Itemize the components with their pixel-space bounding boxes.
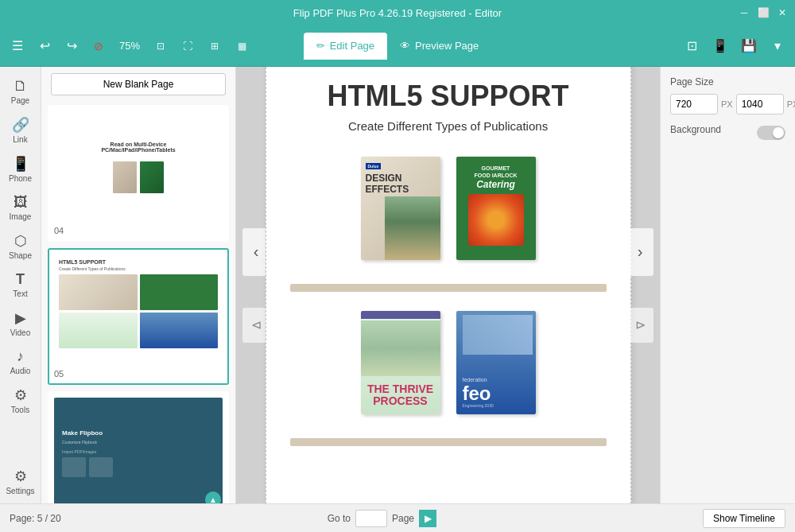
device-button[interactable]: 📱 [709,35,731,57]
thrive-stripe [361,311,440,319]
width-input[interactable] [670,94,718,115]
sidebar-item-phone[interactable]: 📱 Phone [2,150,40,188]
scroll-up-button[interactable]: ▲ [205,491,221,503]
goto-input[interactable] [355,510,387,527]
main-area: 🗋 Page 🔗 Link 📱 Phone 🖼 Image ⬡ Shape T … [0,67,795,503]
preview-page-tab[interactable]: 👁 Preview Page [387,33,491,60]
page-num-04: 04 [54,226,223,235]
right-panel: Page Size PX PX Background [660,67,795,503]
window-controls: ─ ⬜ ✕ [738,6,789,19]
thumb-mini-book-4 [140,313,219,348]
restore-button[interactable]: ⬜ [757,6,770,19]
book-feo[interactable]: federation feo Engineering 2030 [456,311,536,414]
tools-icon: ⚙ [14,386,27,404]
sidebar-item-video[interactable]: ▶ Video [2,305,40,342]
height-input[interactable] [736,94,784,115]
redo-button[interactable]: ↪ [60,35,83,57]
undo-button[interactable]: ↩ [33,35,56,57]
sidebar-item-text[interactable]: T Text [2,266,40,303]
thumb-05-title: HTML5 SUPPORT [59,259,218,265]
feo-turbine-img [463,315,533,355]
page-thumb-04[interactable]: Read on Multi-DevicePC/Mac/iPad/iPhone/T… [48,105,229,242]
expand-button[interactable]: ⛶ [176,35,199,57]
bottom-bar: Page: 5 / 20 Go to Page ▶ Show Timeline [0,503,795,532]
sidebar-item-link[interactable]: 🔗 Link [2,111,40,149]
thumb-06-sub: Customize Flipbook [62,440,97,445]
dulux-brand: Dulux [366,163,382,169]
link-icon: 🔗 [12,116,29,134]
background-toggle[interactable] [757,126,785,140]
pages-panel: New Blank Page Read on Multi-DevicePC/Ma… [41,67,236,503]
sidebar-item-shape[interactable]: ⬡ Shape [2,227,40,265]
grid-button[interactable]: ⊞ [204,35,226,57]
background-label: Background [670,124,721,135]
toggle-knob [773,127,784,138]
thumb-05-sub: Create Different Types of Publications [59,266,218,271]
thumb-box-2 [89,457,113,477]
edit-page-tab[interactable]: ✏ Edit Page [304,33,387,60]
pages-panel-header: New Blank Page [41,67,235,102]
last-page-button[interactable]: ⊳ [626,308,653,343]
zoom-level: 75% [114,38,145,53]
books-row-1: Dulux DESIGNEFFECTS GOURMETFOOD IARLOCKC… [361,157,536,260]
preview-icon: 👁 [400,40,410,52]
thumb-mini-book-2 [140,274,219,310]
design-effects-bg-img [385,196,440,260]
width-unit: PX [721,99,733,109]
page-info: Page: 5 / 20 [10,513,61,524]
close-button[interactable]: ✕ [776,6,789,19]
page-canvas: HTML5 SUPPORT Create Different Types of … [266,67,631,503]
canvas-area: ‹ ⊲ HTML5 SUPPORT Create Different Types… [236,67,660,503]
page-thumb-06[interactable]: Make Flipboo Customize Flipbook Import P… [48,391,229,503]
thumb-06-title: Make Flipboo [62,429,103,437]
goto-button[interactable]: ▶ [419,510,436,527]
show-timeline-button[interactable]: Show Timeline [703,509,785,528]
book-design-effects[interactable]: Dulux DESIGNEFFECTS [361,157,440,260]
save-button[interactable]: 💾 [738,35,760,57]
shape-icon: ⬡ [14,232,27,250]
canvas-page-title: HTML5 SUPPORT [327,80,568,113]
new-blank-page-button[interactable]: New Blank Page [51,73,226,95]
book-thrive[interactable]: THE THRIVEPROCESS [361,311,440,414]
fit-page-button[interactable]: ⊡ [149,35,172,57]
page-icon: 🗋 [14,78,28,95]
sidebar-item-audio[interactable]: ♪ Audio [2,344,40,380]
sidebar-item-tools[interactable]: ⚙ Tools [2,382,40,419]
page-thumb-img-05: HTML5 SUPPORT Create Different Types of … [54,254,223,366]
canvas-page-subtitle: Create Different Types of Publications [348,119,548,133]
book-gourmet[interactable]: GOURMETFOOD IARLOCKCatering [456,157,536,260]
left-sidebar: 🗋 Page 🔗 Link 📱 Phone 🖼 Image ⬡ Shape T … [0,67,41,503]
next-page-button[interactable]: › [626,228,653,276]
thrive-plant-bg [361,320,440,376]
toolbar-right: ⊡ 📱 💾 ▾ [494,35,789,57]
thumb-06-import: Import PDF/Images [62,449,96,454]
thrive-title: THE THRIVEPROCESS [367,383,433,408]
page-thumb-img-04: Read on Multi-DevicePC/Mac/iPad/iPhone/T… [54,111,223,223]
app-title: Flip PDF Plus Pro 4.26.19 Registered - E… [293,7,502,19]
gourmet-food-img [468,194,524,246]
feo-title: feo [463,384,491,403]
thumb-04-content: Read on Multi-DevicePC/Mac/iPad/iPhone/T… [54,111,223,223]
more-button[interactable]: ▾ [766,35,789,57]
sidebar-item-page[interactable]: 🗋 Page [2,73,40,110]
text-icon: T [16,271,25,288]
sidebar-bottom: ⚙ Settings [2,463,40,503]
right-nav-area: › ⊳ [620,67,660,503]
page-thumb-05[interactable]: HTML5 SUPPORT Create Different Types of … [48,248,229,385]
minimize-button[interactable]: ─ [738,6,750,19]
shelf-1 [290,284,607,292]
columns-button[interactable]: ▦ [231,35,253,57]
sidebar-item-image[interactable]: 🖼 Image [2,189,40,226]
feo-subtitle: Engineering 2030 [463,403,494,408]
menu-button[interactable]: ☰ [6,35,29,57]
edit-icon: ✏ [316,40,325,52]
stop-button[interactable]: ⊘ [87,35,110,57]
mini-book-2 [140,161,164,193]
mini-book-1 [113,161,137,193]
thumb-mini-book-1 [59,274,138,310]
height-unit: PX [787,99,795,109]
pages-list: Read on Multi-DevicePC/Mac/iPad/iPhone/T… [41,102,235,503]
sidebar-item-settings[interactable]: ⚙ Settings [2,463,40,500]
share-button[interactable]: ⊡ [681,35,703,57]
background-row: Background [670,124,785,142]
